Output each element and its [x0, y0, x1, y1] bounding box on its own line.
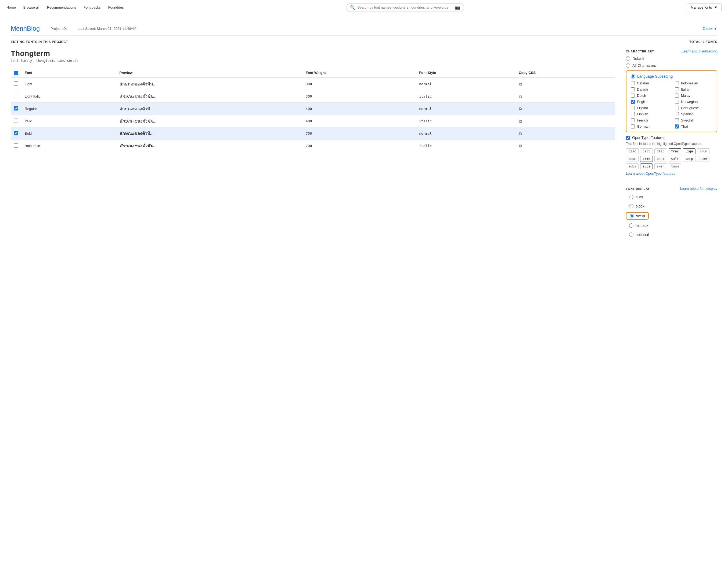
font-display-radio-optional[interactable] — [629, 232, 633, 237]
learn-opentype-link[interactable]: Learn about OpenType features — [626, 172, 717, 176]
opentype-tag-lnum[interactable]: lnum — [697, 148, 710, 154]
font-display-radio-swap[interactable] — [630, 214, 634, 218]
row-copy-css[interactable]: ⧉ — [516, 140, 615, 152]
lang-checkbox-danish[interactable] — [631, 87, 635, 92]
learn-font-display-link[interactable]: Learn about font display — [680, 186, 717, 191]
learn-subsetting-link[interactable]: Learn about subsetting — [682, 49, 717, 53]
lang-item[interactable]: Italian — [675, 87, 712, 92]
copy-css-icon[interactable]: ⧉ — [519, 144, 522, 148]
lang-item[interactable]: French — [631, 118, 668, 122]
lang-checkbox-catalan[interactable] — [631, 81, 635, 85]
lang-checkbox-indonesian[interactable] — [675, 81, 679, 85]
charset-option-default[interactable]: Default — [626, 56, 717, 61]
row-copy-css[interactable]: ⧉ — [516, 115, 615, 127]
charset-option-all[interactable]: All Characters — [626, 64, 717, 68]
lang-item[interactable]: Thai — [675, 124, 712, 128]
font-display-radio-auto[interactable] — [629, 195, 633, 199]
nav-font-packs[interactable]: Font packs — [83, 5, 101, 9]
font-display-option-auto[interactable]: auto — [626, 194, 717, 200]
opentype-tag-pnum[interactable]: pnum — [654, 156, 667, 162]
opentype-tag-tnum[interactable]: tnum — [669, 163, 681, 169]
opentype-tag-ss##[interactable]: ss## — [697, 156, 710, 162]
nav-foundries[interactable]: Foundries — [108, 5, 124, 9]
lang-checkbox-portuguese[interactable] — [675, 106, 679, 110]
lang-item[interactable]: Malay — [675, 94, 712, 98]
opentype-tag-dlig[interactable]: dlig — [654, 148, 667, 154]
charset-option-lang[interactable]: Language Subsetting — [631, 74, 712, 78]
font-display-option-block[interactable]: block — [626, 203, 717, 209]
font-display-radio-fallback[interactable] — [629, 223, 633, 228]
lang-item[interactable]: Norwegian — [675, 100, 712, 104]
opentype-tag-sups[interactable]: sups — [640, 163, 653, 169]
row-checkbox-cell — [11, 103, 22, 115]
opentype-tag-salt[interactable]: salt — [669, 156, 681, 162]
nav-home[interactable]: Home — [6, 5, 16, 9]
manage-fonts-button[interactable]: Manage fonts ▼ — [686, 3, 722, 11]
copy-css-icon[interactable]: ⧉ — [519, 131, 522, 136]
row-copy-css[interactable]: ⧉ — [516, 103, 615, 115]
opentype-tag-c2sc[interactable]: c2sc — [626, 148, 639, 154]
lang-item[interactable]: Catalan — [631, 81, 668, 85]
lang-item[interactable]: Swedish — [675, 118, 712, 122]
row-copy-css[interactable]: ⧉ — [516, 90, 615, 103]
lang-item[interactable]: Indonesian — [675, 81, 712, 85]
copy-css-icon[interactable]: ⧉ — [519, 106, 522, 111]
lang-checkbox-french[interactable] — [631, 118, 635, 122]
opentype-tag-frac[interactable]: frac — [669, 148, 681, 154]
copy-css-icon[interactable]: ⧉ — [519, 94, 522, 99]
lang-item[interactable]: Filipino — [631, 106, 668, 110]
opentype-tag-swsh[interactable]: swsh — [654, 163, 667, 169]
lang-item[interactable]: English — [631, 100, 668, 104]
opentype-checkbox[interactable] — [626, 136, 630, 140]
camera-icon[interactable]: 📷 — [455, 5, 460, 10]
font-display-option-swap[interactable]: swap — [626, 212, 717, 220]
lang-checkbox-norwegian[interactable] — [675, 100, 679, 104]
opentype-tag-ordn[interactable]: ordn — [640, 156, 653, 162]
lang-item[interactable]: German — [631, 124, 668, 128]
opentype-tag-calt[interactable]: calt — [640, 148, 653, 154]
lang-checkbox-english[interactable] — [631, 100, 635, 104]
lang-item[interactable]: Portuguese — [675, 106, 712, 110]
copy-css-icon[interactable]: ⧉ — [519, 119, 522, 123]
nav-browse-all[interactable]: Browse all — [23, 5, 40, 9]
lang-checkbox-filipino[interactable] — [631, 106, 635, 110]
lang-checkbox-malay[interactable] — [675, 94, 679, 98]
charset-radio-lang[interactable] — [631, 74, 635, 78]
close-button[interactable]: Close ▼ — [703, 26, 717, 31]
lang-item[interactable]: Dutch — [631, 94, 668, 98]
lang-label-english: English — [637, 100, 649, 104]
row-checkbox[interactable] — [14, 143, 18, 148]
row-copy-css[interactable]: ⧉ — [516, 78, 615, 90]
lang-checkbox-spanish[interactable] — [675, 112, 679, 116]
row-checkbox[interactable] — [14, 94, 18, 98]
font-display-radio-block[interactable] — [629, 204, 633, 208]
opentype-tag-liga[interactable]: liga — [683, 148, 696, 154]
lang-checkbox-swedish[interactable] — [675, 118, 679, 122]
lang-label-french: French — [637, 118, 648, 122]
copy-css-icon[interactable]: ⧉ — [519, 82, 522, 86]
opentype-tag-onum[interactable]: onum — [626, 156, 639, 162]
lang-checkbox-thai[interactable] — [675, 124, 679, 128]
row-checkbox[interactable] — [14, 119, 18, 123]
opentype-tag-smcp[interactable]: smcp — [683, 156, 696, 162]
lang-checkbox-german[interactable] — [631, 124, 635, 128]
lang-item[interactable]: Spanish — [675, 112, 712, 116]
row-checkbox[interactable] — [14, 106, 18, 110]
charset-radio-all[interactable] — [626, 64, 630, 68]
select-all-checkbox[interactable] — [14, 71, 18, 75]
lang-checkbox-italian[interactable] — [675, 87, 679, 92]
last-saved: Last Saved: March 21, 2021 11:46AM — [78, 27, 136, 31]
font-display-option-optional[interactable]: optional — [626, 231, 717, 238]
opentype-tag-subs[interactable]: subs — [626, 163, 639, 169]
row-copy-css[interactable]: ⧉ — [516, 127, 615, 140]
row-checkbox[interactable] — [14, 131, 18, 135]
lang-checkbox-finnish[interactable] — [631, 112, 635, 116]
font-display-option-fallback[interactable]: fallback — [626, 222, 717, 229]
search-input[interactable] — [357, 5, 453, 9]
lang-checkbox-dutch[interactable] — [631, 94, 635, 98]
row-checkbox[interactable] — [14, 81, 18, 86]
lang-item[interactable]: Danish — [631, 87, 668, 92]
charset-radio-default[interactable] — [626, 56, 630, 61]
lang-item[interactable]: Finnish — [631, 112, 668, 116]
nav-recommendations[interactable]: Recommendations — [47, 5, 76, 9]
